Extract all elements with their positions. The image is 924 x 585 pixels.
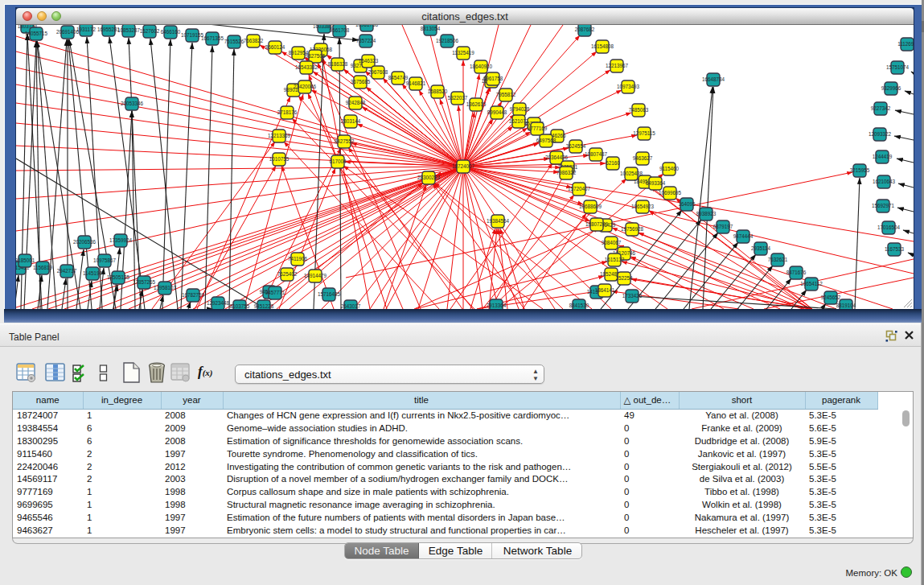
svg-text:8819104: 8819104 <box>836 303 856 308</box>
svg-text:9146821: 9146821 <box>406 80 426 86</box>
svg-text:6497568: 6497568 <box>536 138 556 143</box>
svg-text:11325419: 11325419 <box>452 50 474 56</box>
svg-text:10699695: 10699695 <box>659 190 682 196</box>
svg-text:8186328: 8186328 <box>328 61 348 67</box>
svg-text:9242848: 9242848 <box>346 100 366 105</box>
svg-text:12505135: 12505135 <box>107 274 130 280</box>
svg-text:1167533: 1167533 <box>885 246 905 252</box>
svg-text:17016504: 17016504 <box>877 225 901 230</box>
svg-text:1615132: 1615132 <box>605 257 625 262</box>
svg-text:9777169: 9777169 <box>528 126 548 131</box>
svg-text:6961758: 6961758 <box>483 76 503 81</box>
svg-text:9463627: 9463627 <box>633 155 653 161</box>
svg-text:1244419: 1244419 <box>873 154 893 159</box>
svg-text:2718176: 2718176 <box>277 109 298 115</box>
svg-text:8813054: 8813054 <box>421 26 441 31</box>
svg-text:7515526: 7515526 <box>224 39 244 44</box>
svg-text:617004: 617004 <box>329 159 347 164</box>
svg-text:16543382: 16543382 <box>295 64 318 70</box>
svg-text:1010755: 1010755 <box>269 156 290 162</box>
svg-text:2803144: 2803144 <box>341 118 361 124</box>
svg-text:8454749: 8454749 <box>388 75 409 80</box>
svg-text:17857265: 17857265 <box>133 279 156 285</box>
svg-text:12213369: 12213369 <box>268 133 291 138</box>
svg-text:10807487: 10807487 <box>585 151 608 157</box>
svg-text:6466160: 6466160 <box>161 29 181 35</box>
svg-text:9457771: 9457771 <box>265 290 285 295</box>
svg-text:7632621: 7632621 <box>768 257 788 262</box>
svg-text:1546323: 1546323 <box>359 58 379 64</box>
svg-text:8841530: 8841530 <box>569 303 589 308</box>
svg-text:7913364: 7913364 <box>487 303 507 308</box>
svg-text:16210643: 16210643 <box>873 179 896 184</box>
svg-text:14914479: 14914479 <box>304 273 327 278</box>
svg-text:15716485: 15716485 <box>318 291 341 297</box>
svg-text:7411906: 7411906 <box>288 256 308 262</box>
svg-text:15692971: 15692971 <box>872 203 895 208</box>
svg-text:62160: 62160 <box>606 160 620 166</box>
svg-text:10961758: 10961758 <box>355 25 379 27</box>
svg-text:9561708: 9561708 <box>330 27 350 33</box>
svg-text:16154808: 16154808 <box>591 43 614 49</box>
svg-text:14055715: 14055715 <box>25 31 48 36</box>
svg-text:6493364: 6493364 <box>646 180 666 186</box>
svg-text:12213967: 12213967 <box>606 63 629 68</box>
svg-text:8103755: 8103755 <box>230 303 250 309</box>
svg-text:15751074: 15751074 <box>886 64 910 70</box>
svg-text:2967608: 2967608 <box>368 69 388 75</box>
svg-text:12093322: 12093322 <box>869 131 892 137</box>
svg-text:1156819: 1156819 <box>33 265 53 270</box>
svg-text:20053346: 20053346 <box>121 101 144 106</box>
svg-text:10688609: 10688609 <box>579 204 602 209</box>
svg-text:1733426: 1733426 <box>622 293 643 299</box>
svg-text:1864141: 1864141 <box>595 287 615 293</box>
svg-text:7357224: 7357224 <box>356 38 376 43</box>
svg-text:1362615: 1362615 <box>466 101 487 107</box>
svg-text:20364436: 20364436 <box>545 154 569 160</box>
svg-text:10654112: 10654112 <box>800 281 823 286</box>
svg-text:19218506: 19218506 <box>436 38 459 43</box>
svg-text:23420046: 23420046 <box>294 84 317 89</box>
svg-text:1145194: 1145194 <box>83 270 103 276</box>
svg-text:9794028: 9794028 <box>510 106 530 112</box>
svg-text:9329966: 9329966 <box>881 85 901 91</box>
svg-text:12923448: 12923448 <box>207 300 230 306</box>
svg-text:8427552: 8427552 <box>335 138 355 144</box>
svg-text:17359924: 17359924 <box>109 237 133 243</box>
svg-text:19654923: 19654923 <box>631 204 655 209</box>
svg-text:1588520: 1588520 <box>428 89 448 94</box>
svg-text:12975115: 12975115 <box>633 130 655 136</box>
svg-text:3215955: 3215955 <box>850 167 870 173</box>
svg-text:7955812: 7955812 <box>496 92 516 97</box>
svg-text:1931172: 1931172 <box>76 27 97 32</box>
svg-text:9827505: 9827505 <box>306 53 326 59</box>
svg-text:9115460: 9115460 <box>659 166 680 171</box>
svg-text:1112690: 1112690 <box>897 41 914 47</box>
svg-text:5322037: 5322037 <box>448 95 468 101</box>
svg-text:18724007: 18724007 <box>452 163 475 169</box>
svg-text:20206536: 20206536 <box>73 239 97 245</box>
svg-text:10975867: 10975867 <box>93 257 117 263</box>
svg-text:9227342: 9227342 <box>871 105 891 111</box>
svg-text:2643017: 2643017 <box>341 303 361 309</box>
svg-text:7986322: 7986322 <box>556 170 577 175</box>
svg-text:9245652: 9245652 <box>821 295 841 300</box>
svg-text:10973493: 10973493 <box>617 84 640 89</box>
svg-text:252254: 252254 <box>615 275 633 281</box>
svg-text:8938923: 8938923 <box>696 211 717 216</box>
svg-text:2942737: 2942737 <box>57 268 77 274</box>
svg-text:7485063: 7485063 <box>629 107 649 113</box>
svg-text:28300283: 28300283 <box>417 175 441 180</box>
svg-text:3675685: 3675685 <box>351 79 371 84</box>
svg-text:13958107: 13958107 <box>154 285 177 290</box>
svg-text:7625402: 7625402 <box>277 271 298 277</box>
svg-text:6879197: 6879197 <box>713 224 733 229</box>
svg-text:10853287: 10853287 <box>117 27 141 33</box>
svg-text:16671355: 16671355 <box>201 35 224 41</box>
svg-text:9185001: 9185001 <box>16 257 35 263</box>
svg-text:2935114: 2935114 <box>751 245 771 251</box>
svg-text:9084067: 9084067 <box>602 240 622 245</box>
svg-text:1527602: 1527602 <box>140 28 160 34</box>
svg-text:18807249: 18807249 <box>585 221 609 227</box>
svg-text:18640910: 18640910 <box>470 64 493 69</box>
